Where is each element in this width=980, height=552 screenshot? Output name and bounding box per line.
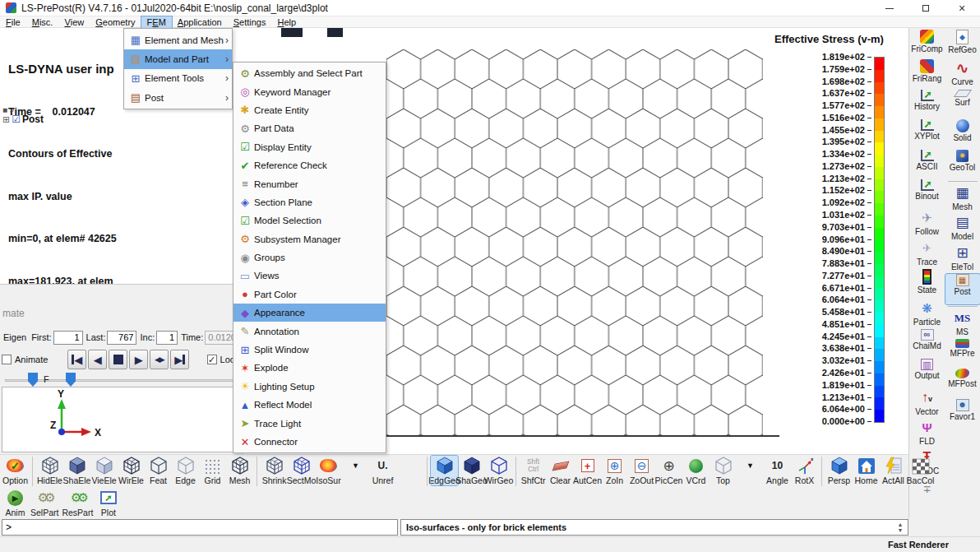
menu-help[interactable]: Help: [271, 16, 302, 28]
menu-misc[interactable]: Misc.: [26, 16, 59, 28]
menu-item-explode[interactable]: ✶Explode: [233, 359, 386, 377]
viewport-tab[interactable]: [281, 28, 303, 37]
frame-slider-track[interactable]: [5, 379, 238, 382]
menu-item-display-entity[interactable]: ☑Display Entity: [233, 138, 386, 156]
toolbar-dropdown[interactable]: ▼: [737, 456, 764, 475]
menu-item-views[interactable]: ▭Views: [233, 267, 386, 285]
menu-item-element-and-mesh[interactable]: ▦Element and Mesh›: [124, 30, 232, 49]
menu-item-section-plane[interactable]: ◈Section Plane: [233, 193, 386, 211]
toolbar-shageo[interactable]: ShaGeo: [458, 456, 485, 485]
slider-thumb-right[interactable]: [66, 373, 76, 387]
toolbar-edge[interactable]: Edge: [172, 456, 199, 485]
menu-item-appearance[interactable]: ◆Appearance: [233, 304, 386, 322]
play-reverse-button[interactable]: ◀: [88, 350, 107, 369]
spinner-up-icon[interactable]: ▲: [898, 522, 904, 527]
toolbar-unref[interactable]: U.Unref: [369, 456, 396, 485]
toolbar-clear[interactable]: Clear: [547, 456, 574, 485]
menu-item-post[interactable]: ▤Post›: [124, 88, 232, 107]
sidebar-item-surf[interactable]: Surf: [945, 90, 980, 119]
toolbar-mesh[interactable]: Mesh: [226, 456, 253, 485]
sidebar-item-model[interactable]: Model: [945, 214, 980, 244]
toolbar-vieele[interactable]: VieEle: [90, 456, 118, 485]
animate-checkbox[interactable]: [2, 355, 12, 364]
toolbar-vcrd[interactable]: VCrd: [682, 456, 710, 485]
tree-plus-icon[interactable]: ⊞: [2, 114, 10, 125]
sidebar-item-ms[interactable]: MS: [945, 309, 980, 339]
toolbar-respart[interactable]: ⚙⚙ResPart: [60, 488, 95, 517]
sidebar-item-xyplot[interactable]: XYPlot: [910, 119, 945, 149]
sidebar-item-mfpost[interactable]: MFPost: [945, 369, 980, 398]
sidebar-item-eletol[interactable]: EleTol: [945, 244, 980, 274]
toolbar-plot[interactable]: Plot: [95, 488, 122, 517]
sidebar-item-ascii[interactable]: ASCII: [910, 150, 945, 179]
first-frame-button[interactable]: ◀: [67, 350, 86, 369]
toolbar-shfctr[interactable]: Shft CtrlShfCtr: [520, 456, 547, 485]
menu-file[interactable]: File: [0, 16, 26, 28]
toolbar-autcen[interactable]: +AutCen: [574, 456, 601, 485]
toolbar-wirgeo[interactable]: WirGeo: [485, 456, 512, 485]
last-frame-button[interactable]: ▶: [170, 350, 189, 369]
sidebar-item-trace[interactable]: Trace: [910, 239, 945, 269]
menu-item-create-entity[interactable]: ✱Create Entity: [233, 101, 386, 119]
menu-geometry[interactable]: Geometry: [90, 16, 141, 28]
toolbar-piccen[interactable]: ⊕PicCen: [655, 456, 682, 485]
menu-item-lighting-setup[interactable]: ☀Lighting Setup: [233, 378, 386, 396]
menu-view[interactable]: View: [58, 16, 90, 28]
toolbar-option[interactable]: Option: [2, 456, 29, 485]
spinner-down-icon[interactable]: ▼: [898, 527, 904, 533]
toolbar-rotx[interactable]: RotX: [791, 456, 818, 485]
menu-item-groups[interactable]: ◉Groups: [233, 248, 386, 267]
menu-fem[interactable]: FEM: [141, 16, 172, 28]
slider-thumb-left[interactable]: [28, 373, 38, 387]
sidebar-item-history[interactable]: History: [910, 90, 945, 119]
menu-item-trace-light[interactable]: ➤Trace Light: [233, 414, 386, 432]
menu-application[interactable]: Application: [172, 16, 228, 28]
first-input[interactable]: [53, 331, 83, 345]
sidebar-item-vector[interactable]: Vector: [910, 389, 945, 419]
toolbar-angle[interactable]: 10Angle: [764, 456, 791, 485]
toolbar-dropdown[interactable]: ▼: [342, 456, 369, 475]
sidebar-item-solid[interactable]: Solid: [945, 119, 980, 149]
toolbar-zoin[interactable]: ⊕ZoIn: [601, 456, 628, 485]
toolbar-grid[interactable]: Grid: [199, 456, 226, 485]
inc-input[interactable]: [156, 331, 178, 345]
command-input[interactable]: [2, 519, 398, 536]
toolbar-hidele[interactable]: HidEle: [36, 456, 63, 485]
menu-item-split-window[interactable]: ⊞Split Window: [233, 341, 386, 359]
toolbar-shaele[interactable]: ShaEle: [63, 456, 90, 485]
sidebar-item-mfpre[interactable]: MFPre: [945, 339, 980, 369]
viewport-tab[interactable]: [327, 28, 343, 37]
last-input[interactable]: [107, 331, 136, 345]
toolbar-feat[interactable]: Feat: [145, 456, 172, 485]
sidebar-item-curve[interactable]: Curve: [945, 59, 980, 89]
sidebar-item-fricomp[interactable]: FriComp: [910, 30, 945, 59]
stop-button[interactable]: [109, 350, 127, 369]
play-forward-button[interactable]: ▶: [129, 350, 148, 369]
menu-item-keyword-manager[interactable]: ◎Keyword Manager: [233, 82, 386, 100]
loop-checkbox[interactable]: ✓: [207, 355, 217, 364]
sidebar-item-refgeo[interactable]: RefGeo: [945, 30, 980, 59]
menu-item-reference-check[interactable]: ✔Reference Check: [233, 156, 386, 174]
menu-item-element-tools[interactable]: ⊞Element Tools›: [124, 69, 232, 88]
toolbar-selpart[interactable]: ⚙⚙SelPart: [29, 488, 60, 517]
sidebar-item-particle[interactable]: Particle: [910, 299, 945, 329]
sidebar-item-follow[interactable]: Follow: [910, 209, 945, 239]
sidebar-item-geotol[interactable]: GeoTol: [945, 150, 980, 179]
toolbar-sectmo[interactable]: SectMo: [288, 456, 315, 485]
menu-item-part-color[interactable]: ●Part Color: [233, 285, 386, 304]
menu-item-annotation[interactable]: ✎Annotation: [233, 322, 386, 340]
toolbar-isosur[interactable]: IsoSur: [315, 456, 342, 485]
menu-item-reflect-model[interactable]: ▲Reflect Model: [233, 396, 386, 414]
menu-item-model-and-part[interactable]: ▤Model and Part›: [124, 49, 232, 68]
toolbar-home[interactable]: Home: [853, 456, 880, 485]
sidebar-item-favor1[interactable]: Favor1: [945, 399, 980, 429]
sidebar-item-frirang[interactable]: FriRang: [910, 59, 945, 89]
bounce-button[interactable]: ◀▶: [150, 350, 169, 369]
close-button[interactable]: ×: [944, 0, 980, 16]
minimize-button[interactable]: [871, 0, 908, 16]
toolbar-wirele[interactable]: WirEle: [118, 456, 145, 485]
restore-button[interactable]: [908, 0, 944, 16]
sidebar-item-output[interactable]: Output: [910, 359, 945, 388]
menu-item-connector[interactable]: ✕Connector: [233, 433, 386, 451]
toolbar-shrink[interactable]: Shrink: [261, 456, 288, 485]
